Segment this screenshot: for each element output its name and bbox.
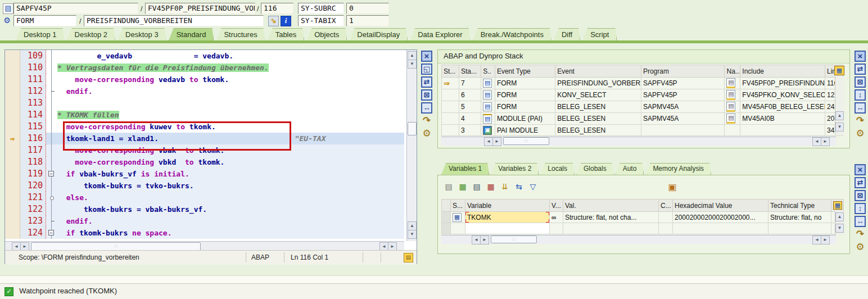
- code-text[interactable]: if vbak-bukrs_vf is initial.: [57, 168, 404, 180]
- vars-vscrollbar[interactable]: ▲ ▼: [835, 211, 844, 235]
- maximize-icon[interactable]: ⊠: [855, 190, 866, 201]
- code-line-118[interactable]: 118 move-corresponding vbkd to tkomk.: [5, 156, 404, 168]
- variables-table[interactable]: S...VariableV...Val.C...Hexadecimal Valu…: [441, 199, 844, 234]
- stack-row[interactable]: 4▤MODULE (PAI)BELEG_LESENSAPMV45A▤MV45AI…: [442, 113, 843, 125]
- scroll-left-icon[interactable]: ◄: [812, 235, 821, 244]
- line-number-field[interactable]: 116: [261, 3, 293, 14]
- fold-column[interactable]: −: [46, 168, 57, 180]
- code-line-111[interactable]: 111 move-corresponding vedavb to tkomk.: [5, 74, 404, 85]
- vars-column-header[interactable]: Technical Type: [768, 200, 831, 212]
- scroll-right-icon[interactable]: ►: [821, 235, 830, 244]
- swap-panels-icon[interactable]: ⇄: [855, 177, 866, 188]
- scroll-left-icon[interactable]: ◄: [472, 235, 481, 244]
- breakpoint-gutter[interactable]: [5, 192, 20, 203]
- compare-icon[interactable]: ⇆: [514, 182, 524, 192]
- fold-collapse-icon[interactable]: −: [48, 230, 54, 235]
- breakpoint-gutter[interactable]: [5, 62, 20, 74]
- stack-hscrollbar[interactable]: ◄ ► ::: ◄ ►: [441, 137, 836, 146]
- scroll-down-icon[interactable]: ▼: [408, 230, 417, 239]
- fold-column[interactable]: [46, 62, 57, 74]
- stack-layout-icon[interactable]: ▦: [834, 66, 844, 75]
- h-resize-icon[interactable]: ↔: [421, 102, 432, 114]
- maximize-icon[interactable]: ⊠: [855, 76, 866, 88]
- breakpoint-gutter[interactable]: [5, 50, 20, 62]
- variable-row[interactable]: ▦TKOMK∞Structure: flat, not cha...200020…: [442, 212, 844, 223]
- stack-row[interactable]: ⇒7▤FORMPREISFINDUNG_VORBER...SAPFV45P▤FV…: [442, 78, 843, 89]
- include-field[interactable]: FV45PF0P_PREISFINDUNG_VORBEREI: [145, 3, 255, 14]
- hscroll-thumb[interactable]: :::: [31, 242, 201, 251]
- fold-column[interactable]: [46, 50, 57, 62]
- variable-name-cell[interactable]: TKOMK: [465, 212, 550, 223]
- code-text[interactable]: tkomk-bukrs = vbak-bukrs_vf.: [57, 203, 404, 215]
- scroll-right-icon[interactable]: ►: [480, 235, 489, 244]
- code-line-109[interactable]: 109 e_vedavb = vedavb.: [5, 50, 404, 62]
- code-text[interactable]: move-corresponding kuwev to tkomk.: [57, 121, 404, 133]
- stack-column-header[interactable]: St...: [442, 65, 459, 78]
- breakpoint-gutter[interactable]: [5, 74, 20, 85]
- close-icon[interactable]: ×: [855, 164, 866, 175]
- vars-column-header[interactable]: Variable: [465, 200, 550, 212]
- code-text[interactable]: endif.: [57, 85, 404, 97]
- swap-panels-icon[interactable]: ⇄: [855, 64, 866, 75]
- fold-column[interactable]: [46, 156, 57, 168]
- code-line-124[interactable]: 124− if tkomk-bukrs ne space.: [5, 227, 404, 239]
- delete-icon[interactable]: ▤: [444, 182, 454, 192]
- navigate-include-icon[interactable]: ▤: [726, 114, 735, 124]
- navigate-include-icon[interactable]: ▤: [726, 102, 735, 112]
- fold-collapse-icon[interactable]: −: [48, 171, 54, 176]
- vars-column-header[interactable]: V...: [550, 200, 563, 212]
- stack-column-header[interactable]: Include: [740, 65, 825, 78]
- stack-table[interactable]: St...Sta...S..Event TypeEventProgramNa..…: [441, 65, 843, 136]
- event-type-field[interactable]: FORM: [13, 15, 76, 26]
- insert-columns-icon[interactable]: ⇊: [500, 182, 510, 192]
- vars-tab-auto[interactable]: Auto: [616, 163, 644, 175]
- scroll-up-icon[interactable]: ▲: [835, 212, 844, 221]
- sy-subrc-value[interactable]: 0: [346, 3, 389, 14]
- goto-statement-icon[interactable]: ⇘: [268, 16, 279, 26]
- fold-column[interactable]: [46, 121, 57, 133]
- info-icon[interactable]: i: [281, 16, 291, 26]
- stack-column-header[interactable]: Event: [555, 65, 641, 78]
- stack-hscroll-thumb[interactable]: :::: [503, 137, 549, 145]
- vscroll-thumb[interactable]: [408, 122, 417, 135]
- stack-column-header[interactable]: Sta...: [459, 65, 481, 78]
- fold-column[interactable]: [46, 215, 57, 227]
- stack-column-header[interactable]: Na...: [725, 65, 740, 78]
- h-resize-icon[interactable]: ↔: [855, 216, 866, 227]
- code-line-119[interactable]: 119− if vbak-bukrs_vf is initial.: [5, 168, 404, 180]
- stack-row[interactable]: 6▤FORMKONV_SELECTSAPFV45P▤FV45PFKO_KONV_…: [442, 89, 843, 101]
- editor-vertical-scrollbar[interactable]: ▲ ▼ ▲ ▼: [406, 50, 417, 241]
- navigate-include-icon[interactable]: ▤: [726, 90, 735, 100]
- vars-tab-variables-2[interactable]: Variables 2: [491, 163, 539, 175]
- code-line-123[interactable]: 123 endif.: [5, 215, 404, 227]
- vars-column-header[interactable]: Hexadecimal Value: [673, 200, 768, 212]
- fold-column[interactable]: −: [46, 227, 57, 239]
- program-field[interactable]: SAPFV45P: [13, 3, 138, 14]
- vars-tab-variables-1[interactable]: Variables 1: [441, 163, 489, 175]
- sy-tabix-value[interactable]: 1: [346, 15, 389, 26]
- stack-column-header[interactable]: S..: [481, 65, 495, 78]
- vars-column-header[interactable]: S...: [451, 200, 465, 212]
- breakpoint-gutter[interactable]: [5, 144, 20, 156]
- tab-break-watchpoints[interactable]: Break./Watchpoints: [473, 28, 551, 41]
- fold-column[interactable]: [46, 180, 57, 192]
- save-icon[interactable]: ▣: [667, 182, 677, 192]
- fold-column[interactable]: [46, 97, 57, 109]
- code-text[interactable]: move-corresponding vbak to tkomk.: [57, 144, 404, 156]
- close-icon[interactable]: ×: [421, 51, 432, 62]
- code-text[interactable]: move-corresponding vbkd to tkomk.: [57, 156, 404, 168]
- code-line-120[interactable]: 120 tkomk-bukrs = tvko-bukrs.: [5, 180, 404, 192]
- row-selector-header[interactable]: [442, 200, 451, 212]
- code-line-115[interactable]: 115 move-corresponding kuwev to tkomk.: [5, 121, 404, 133]
- code-text[interactable]: [57, 97, 404, 109]
- code-text[interactable]: * TKOMK füllen: [57, 109, 404, 121]
- breakpoint-gutter[interactable]: [5, 227, 20, 239]
- fold-column[interactable]: [46, 85, 57, 97]
- scroll-up-icon[interactable]: ▲: [835, 111, 844, 120]
- vars-hscrollbar[interactable]: ◄ ► ::: ◄ ►: [441, 235, 836, 244]
- code-line-116[interactable]: ⇒116 tkomk-land1 = xland1. "EU-TAX: [5, 133, 404, 144]
- tab-detaildisplay[interactable]: DetailDisplay: [349, 28, 408, 41]
- code-line-122[interactable]: 122 tkomk-bukrs = vbak-bukrs_vf.: [5, 203, 404, 215]
- vars-tab-memory-analysis[interactable]: Memory Analysis: [645, 163, 711, 175]
- tab-desktop-1[interactable]: Desktop 1: [16, 28, 65, 41]
